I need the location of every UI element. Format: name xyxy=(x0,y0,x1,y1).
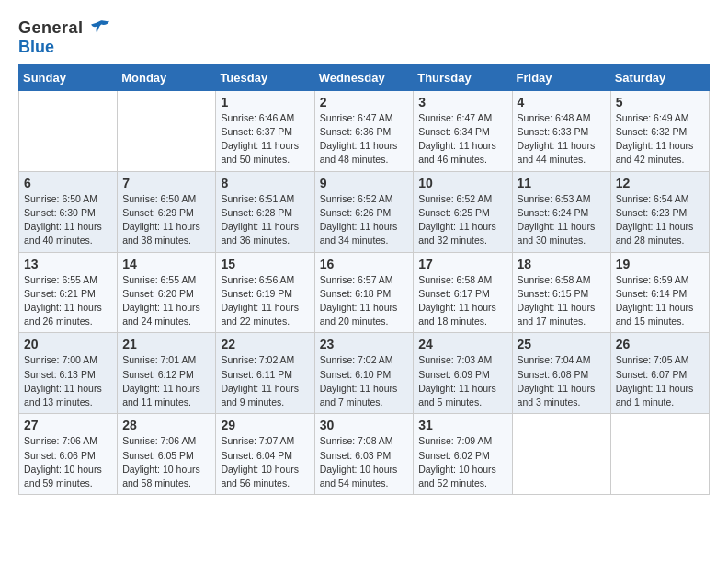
calendar-cell: 19Sunrise: 6:59 AM Sunset: 6:14 PM Dayli… xyxy=(610,252,709,333)
calendar-cell: 22Sunrise: 7:02 AM Sunset: 6:11 PM Dayli… xyxy=(216,333,314,414)
calendar-cell: 11Sunrise: 6:53 AM Sunset: 6:24 PM Dayli… xyxy=(512,171,610,252)
day-number: 17 xyxy=(418,257,506,271)
day-info: Sunrise: 7:08 AM Sunset: 6:03 PM Dayligh… xyxy=(320,434,409,490)
calendar-cell: 18Sunrise: 6:58 AM Sunset: 6:15 PM Dayli… xyxy=(512,252,610,333)
day-number: 10 xyxy=(418,176,506,190)
calendar-cell: 29Sunrise: 7:07 AM Sunset: 6:04 PM Dayli… xyxy=(216,414,314,495)
day-info: Sunrise: 6:47 AM Sunset: 6:36 PM Dayligh… xyxy=(320,111,409,167)
day-info: Sunrise: 6:55 AM Sunset: 6:21 PM Dayligh… xyxy=(24,273,112,329)
day-info: Sunrise: 6:57 AM Sunset: 6:18 PM Dayligh… xyxy=(320,273,409,329)
day-info: Sunrise: 7:02 AM Sunset: 6:11 PM Dayligh… xyxy=(221,353,309,409)
day-number: 21 xyxy=(122,337,210,351)
day-info: Sunrise: 7:04 AM Sunset: 6:08 PM Dayligh… xyxy=(518,353,606,409)
day-info: Sunrise: 6:48 AM Sunset: 6:33 PM Dayligh… xyxy=(518,111,606,167)
calendar-cell: 15Sunrise: 6:56 AM Sunset: 6:19 PM Dayli… xyxy=(216,252,314,333)
day-info: Sunrise: 6:59 AM Sunset: 6:14 PM Dayligh… xyxy=(616,273,704,329)
day-info: Sunrise: 6:46 AM Sunset: 6:37 PM Dayligh… xyxy=(221,111,309,167)
calendar-cell: 26Sunrise: 7:05 AM Sunset: 6:07 PM Dayli… xyxy=(610,333,709,414)
calendar-cell: 14Sunrise: 6:55 AM Sunset: 6:20 PM Dayli… xyxy=(118,252,216,333)
day-info: Sunrise: 6:53 AM Sunset: 6:24 PM Dayligh… xyxy=(518,192,606,248)
day-number: 11 xyxy=(518,176,606,190)
calendar-cell: 28Sunrise: 7:06 AM Sunset: 6:05 PM Dayli… xyxy=(118,414,216,495)
day-info: Sunrise: 6:55 AM Sunset: 6:20 PM Dayligh… xyxy=(122,273,210,329)
calendar-cell: 20Sunrise: 7:00 AM Sunset: 6:13 PM Dayli… xyxy=(19,333,118,414)
calendar-cell xyxy=(19,90,118,171)
day-number: 30 xyxy=(320,418,409,432)
calendar-cell: 1Sunrise: 6:46 AM Sunset: 6:37 PM Daylig… xyxy=(216,90,314,171)
day-info: Sunrise: 6:49 AM Sunset: 6:32 PM Dayligh… xyxy=(616,111,704,167)
day-info: Sunrise: 6:58 AM Sunset: 6:15 PM Dayligh… xyxy=(518,273,606,329)
logo-blue-text: Blue xyxy=(18,39,54,57)
header: General Blue xyxy=(18,18,710,57)
calendar-cell: 13Sunrise: 6:55 AM Sunset: 6:21 PM Dayli… xyxy=(19,252,118,333)
calendar-cell: 12Sunrise: 6:54 AM Sunset: 6:23 PM Dayli… xyxy=(610,171,709,252)
weekday-header: Thursday xyxy=(414,64,512,90)
day-info: Sunrise: 7:02 AM Sunset: 6:10 PM Dayligh… xyxy=(320,353,409,409)
calendar-cell: 8Sunrise: 6:51 AM Sunset: 6:28 PM Daylig… xyxy=(216,171,314,252)
day-info: Sunrise: 6:52 AM Sunset: 6:26 PM Dayligh… xyxy=(320,192,409,248)
day-number: 1 xyxy=(221,95,309,109)
weekday-header: Wednesday xyxy=(314,64,414,90)
calendar-cell: 24Sunrise: 7:03 AM Sunset: 6:09 PM Dayli… xyxy=(414,333,512,414)
day-number: 20 xyxy=(24,337,112,351)
calendar-cell: 7Sunrise: 6:50 AM Sunset: 6:29 PM Daylig… xyxy=(118,171,216,252)
calendar-cell: 4Sunrise: 6:48 AM Sunset: 6:33 PM Daylig… xyxy=(512,90,610,171)
day-number: 25 xyxy=(518,337,606,351)
day-number: 6 xyxy=(24,176,112,190)
day-number: 27 xyxy=(24,418,112,432)
calendar-cell: 6Sunrise: 6:50 AM Sunset: 6:30 PM Daylig… xyxy=(19,171,118,252)
day-number: 19 xyxy=(616,257,704,271)
weekday-header: Friday xyxy=(512,64,610,90)
day-info: Sunrise: 6:56 AM Sunset: 6:19 PM Dayligh… xyxy=(221,273,309,329)
calendar-cell: 27Sunrise: 7:06 AM Sunset: 6:06 PM Dayli… xyxy=(19,414,118,495)
day-info: Sunrise: 7:03 AM Sunset: 6:09 PM Dayligh… xyxy=(418,353,506,409)
calendar-cell: 25Sunrise: 7:04 AM Sunset: 6:08 PM Dayli… xyxy=(512,333,610,414)
calendar-cell: 17Sunrise: 6:58 AM Sunset: 6:17 PM Dayli… xyxy=(414,252,512,333)
day-number: 12 xyxy=(616,176,704,190)
day-info: Sunrise: 7:09 AM Sunset: 6:02 PM Dayligh… xyxy=(418,434,506,490)
day-info: Sunrise: 6:50 AM Sunset: 6:29 PM Dayligh… xyxy=(122,192,210,248)
calendar-week-row: 6Sunrise: 6:50 AM Sunset: 6:30 PM Daylig… xyxy=(19,171,710,252)
day-number: 14 xyxy=(122,257,210,271)
day-number: 24 xyxy=(418,337,506,351)
day-info: Sunrise: 6:50 AM Sunset: 6:30 PM Dayligh… xyxy=(24,192,112,248)
day-info: Sunrise: 7:05 AM Sunset: 6:07 PM Dayligh… xyxy=(616,353,704,409)
day-number: 9 xyxy=(320,176,409,190)
day-number: 28 xyxy=(122,418,210,432)
calendar-header-row: SundayMondayTuesdayWednesdayThursdayFrid… xyxy=(19,64,710,90)
day-number: 26 xyxy=(616,337,704,351)
calendar-cell: 9Sunrise: 6:52 AM Sunset: 6:26 PM Daylig… xyxy=(314,171,414,252)
day-number: 31 xyxy=(418,418,506,432)
calendar-cell: 5Sunrise: 6:49 AM Sunset: 6:32 PM Daylig… xyxy=(610,90,709,171)
calendar-cell: 3Sunrise: 6:47 AM Sunset: 6:34 PM Daylig… xyxy=(414,90,512,171)
day-number: 15 xyxy=(221,257,309,271)
day-info: Sunrise: 7:06 AM Sunset: 6:05 PM Dayligh… xyxy=(122,434,210,490)
day-number: 23 xyxy=(320,337,409,351)
day-info: Sunrise: 6:54 AM Sunset: 6:23 PM Dayligh… xyxy=(616,192,704,248)
day-number: 3 xyxy=(418,95,506,109)
day-info: Sunrise: 7:00 AM Sunset: 6:13 PM Dayligh… xyxy=(24,353,112,409)
weekday-header: Sunday xyxy=(19,64,118,90)
day-number: 5 xyxy=(616,95,704,109)
calendar-week-row: 27Sunrise: 7:06 AM Sunset: 6:06 PM Dayli… xyxy=(19,414,710,495)
calendar-cell xyxy=(118,90,216,171)
calendar-table: SundayMondayTuesdayWednesdayThursdayFrid… xyxy=(18,64,710,495)
day-number: 7 xyxy=(122,176,210,190)
logo-general-text: General xyxy=(18,18,110,39)
day-info: Sunrise: 6:58 AM Sunset: 6:17 PM Dayligh… xyxy=(418,273,506,329)
day-number: 2 xyxy=(320,95,409,109)
day-number: 22 xyxy=(221,337,309,351)
calendar-cell: 10Sunrise: 6:52 AM Sunset: 6:25 PM Dayli… xyxy=(414,171,512,252)
weekday-header: Tuesday xyxy=(216,64,314,90)
day-number: 13 xyxy=(24,257,112,271)
day-number: 8 xyxy=(221,176,309,190)
calendar-cell: 31Sunrise: 7:09 AM Sunset: 6:02 PM Dayli… xyxy=(414,414,512,495)
day-info: Sunrise: 7:07 AM Sunset: 6:04 PM Dayligh… xyxy=(221,434,309,490)
day-info: Sunrise: 7:06 AM Sunset: 6:06 PM Dayligh… xyxy=(24,434,112,490)
calendar-cell: 2Sunrise: 6:47 AM Sunset: 6:36 PM Daylig… xyxy=(314,90,414,171)
calendar-cell xyxy=(610,414,709,495)
calendar-week-row: 20Sunrise: 7:00 AM Sunset: 6:13 PM Dayli… xyxy=(19,333,710,414)
day-info: Sunrise: 6:52 AM Sunset: 6:25 PM Dayligh… xyxy=(418,192,506,248)
calendar-cell: 16Sunrise: 6:57 AM Sunset: 6:18 PM Dayli… xyxy=(314,252,414,333)
calendar-week-row: 1Sunrise: 6:46 AM Sunset: 6:37 PM Daylig… xyxy=(19,90,710,171)
